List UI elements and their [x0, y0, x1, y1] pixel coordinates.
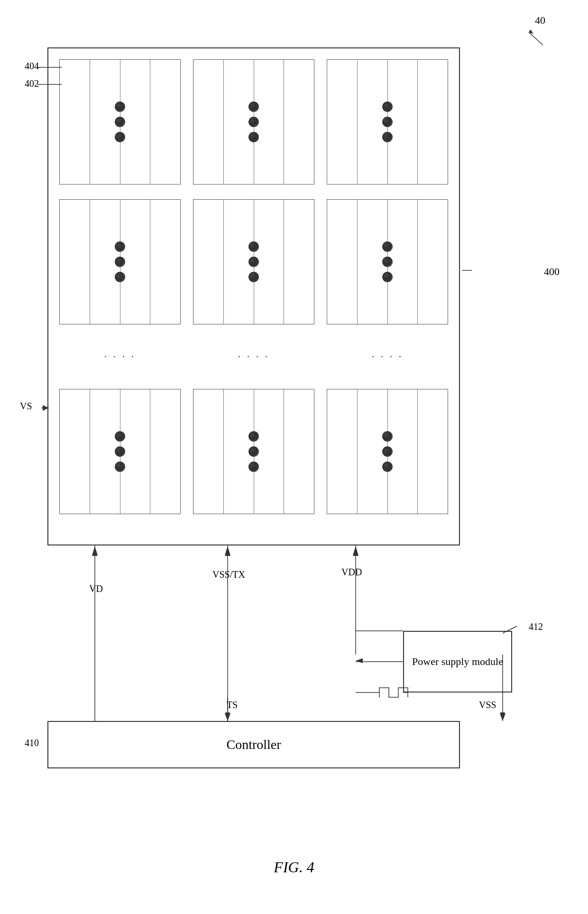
panel-1-3 — [327, 59, 448, 185]
dot — [115, 272, 125, 282]
panel-4-1 — [59, 389, 181, 514]
panel-2-3 — [327, 199, 448, 324]
ellipsis-3: · · · · — [372, 341, 404, 372]
panel-2-2 — [193, 199, 314, 324]
dot — [382, 117, 393, 127]
dot — [115, 257, 125, 267]
dot — [115, 102, 125, 112]
label-vss-right: VSS — [479, 700, 496, 711]
svg-marker-1 — [529, 29, 533, 34]
dot — [248, 462, 259, 472]
dot — [382, 462, 393, 472]
dot — [382, 102, 393, 112]
label-vdd: VDD — [341, 567, 362, 578]
dot — [248, 431, 259, 442]
label-400: 400 — [544, 266, 560, 278]
panel-2-1 — [59, 199, 181, 324]
ellipsis-2: · · · · — [238, 341, 270, 372]
panel-4-2 — [193, 389, 314, 514]
page-container: 40 — [0, 0, 588, 914]
controller-label: Controller — [226, 737, 281, 752]
svg-marker-8 — [353, 546, 358, 554]
svg-marker-18 — [356, 658, 363, 663]
dot — [115, 132, 125, 142]
label-410: 410 — [25, 738, 39, 748]
dot — [382, 272, 393, 282]
dot — [248, 102, 259, 112]
panel-1-2 — [193, 59, 314, 185]
svg-marker-24 — [92, 546, 98, 556]
label-404: 404 — [25, 61, 39, 72]
label-vss-tx: VSS/TX — [212, 569, 245, 580]
svg-marker-26 — [353, 546, 358, 556]
dot — [115, 446, 125, 457]
svg-marker-28 — [500, 713, 505, 721]
svg-marker-11 — [225, 712, 230, 720]
dot — [248, 117, 259, 127]
main-diagram-box: · · · · · · · · · · · · — [47, 47, 460, 545]
svg-marker-13 — [500, 712, 505, 720]
power-supply-box: Power supply module — [403, 631, 512, 692]
label-ts: TS — [227, 700, 238, 711]
dot — [248, 257, 259, 267]
panel-4-3 — [327, 389, 448, 514]
label-vd: VD — [89, 583, 103, 594]
svg-marker-27 — [225, 713, 230, 721]
dot — [248, 446, 259, 457]
dot — [382, 431, 393, 442]
label-412: 412 — [529, 621, 543, 632]
svg-line-0 — [529, 32, 543, 45]
dot — [115, 431, 125, 442]
dot — [382, 257, 393, 267]
controller-box: Controller — [47, 721, 460, 768]
dot — [382, 241, 393, 252]
dot — [115, 117, 125, 127]
dot — [248, 132, 259, 142]
svg-marker-4 — [92, 546, 97, 554]
label-vs: VS — [20, 401, 32, 412]
dot — [382, 446, 393, 457]
figure-ref-40: 40 — [535, 14, 545, 27]
panel-1-1 — [59, 59, 181, 185]
dot — [115, 241, 125, 252]
svg-marker-25 — [225, 546, 230, 556]
svg-marker-6 — [225, 546, 230, 554]
dot — [115, 462, 125, 472]
label-402: 402 — [25, 78, 39, 89]
figure-caption: FIG. 4 — [274, 859, 314, 876]
dot — [248, 272, 259, 282]
dot — [382, 132, 393, 142]
dot — [248, 241, 259, 252]
power-supply-label: Power supply module — [412, 655, 503, 669]
ellipsis-1: · · · · — [104, 341, 136, 372]
